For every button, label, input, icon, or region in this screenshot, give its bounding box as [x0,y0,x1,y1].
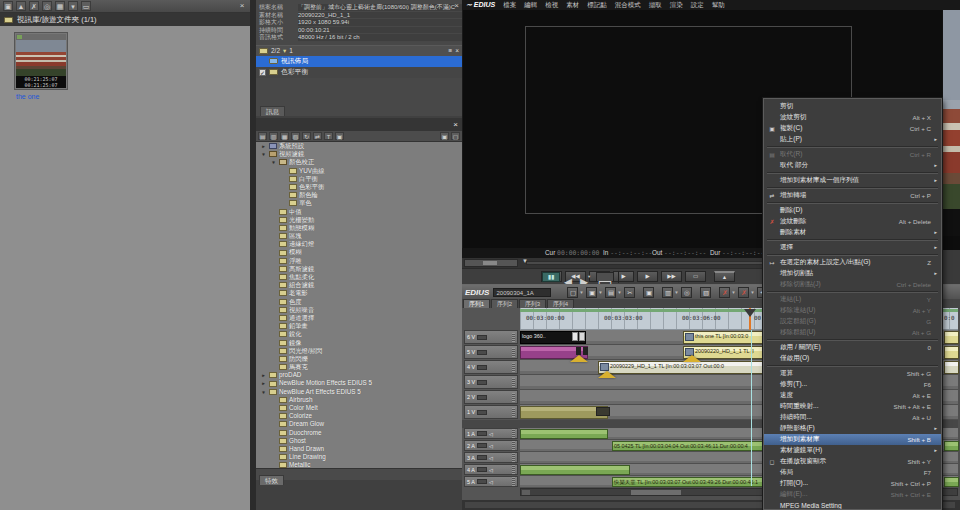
tab-effect[interactable]: 特效 [259,475,284,485]
context-menu-item[interactable]: 移除群組(U) Alt + G ► [764,327,941,338]
speaker-icon[interactable]: ◁ [489,443,493,449]
context-menu-item[interactable]: 刪除素材 ► [764,227,941,238]
track-grip[interactable] [512,465,515,474]
context-menu-item[interactable]: 刪除(D) ► [764,205,941,216]
effect-tree-item[interactable]: 鉛筆畫 [256,322,462,330]
context-menu-item[interactable]: 貼上(P) ► [764,134,941,145]
cut-icon[interactable]: ✂ [624,287,635,298]
effect-tree-item[interactable]: 動態模糊 [256,224,462,232]
effect-tree-item[interactable]: 浮雕 [256,257,462,265]
menu-item[interactable]: 渲染 [670,1,683,10]
context-menu-item[interactable]: 增加到素材庫成一個序列值 ► [764,175,941,186]
timeline-clip[interactable] [520,406,608,419]
ffwd-button[interactable]: ▶▶ [661,271,682,282]
context-menu-item[interactable]: 移除連結(U) Alt + Y ► [764,305,941,316]
effect-tree-item[interactable]: Duochrome [256,429,462,437]
view-icon-1[interactable]: ▤ [258,132,267,140]
expander-icon[interactable]: ▸ [260,142,267,150]
effect-tree-item[interactable]: 邊緣幻燈 [256,240,462,248]
applied-effect-row[interactable]: ✓ 色彩平衡 [256,67,462,78]
track-grip[interactable] [512,441,515,450]
context-menu-item[interactable]: ▤ 取代(R) Ctrl + R ► [764,149,941,160]
text-icon[interactable]: T [324,132,333,140]
context-menu-item[interactable]: 速度 Alt + E ► [764,390,941,401]
expander-icon[interactable]: ▸ [260,371,267,379]
video-track-header[interactable]: 1 V [464,405,518,419]
dock-icon[interactable]: ▣ [440,132,449,140]
context-menu-item[interactable]: 時間重映射... Shift + Alt + E ► [764,401,941,412]
track-patch-box[interactable] [477,479,487,484]
track-grip[interactable] [512,453,515,462]
effect-tree-item[interactable]: 閃光燈/頻閃 [256,347,462,355]
speaker-icon[interactable]: ◁ [489,467,493,473]
context-menu-item[interactable]: 素材濾鏡單(H) ► [764,445,941,456]
out-caret-icon[interactable]: ▾ [588,274,590,279]
context-menu-item[interactable]: 連結(L) Y ► [764,294,941,305]
effect-tree-item[interactable]: 顏色輪 [256,191,462,199]
menu-item[interactable]: 幫助 [712,1,725,10]
up-folder-icon[interactable]: ▲ [16,1,26,11]
timeline-clip[interactable]: 快樂天堂 TL [In:00:03:03:07 Out:00:03:49:26 … [612,477,763,487]
effect-tree-item[interactable]: 單色 [256,199,462,207]
timeline-clip[interactable] [944,477,959,487]
timeline-clip[interactable] [944,331,959,344]
track-patch-box[interactable] [477,395,487,400]
audio-track-header[interactable]: 1 A ◁ [464,428,518,439]
next-frame-button[interactable]: ▶ [637,271,658,282]
view-icon-3[interactable]: ▦ [280,132,289,140]
view-grid-icon[interactable]: ▦ [55,1,65,11]
view-icon-2[interactable]: ▥ [269,132,278,140]
new-sequence-icon[interactable]: ▢ [567,287,578,298]
context-menu-item[interactable]: 波紋剪切 Alt + X ► [764,112,941,123]
close-icon[interactable]: × [453,120,458,129]
menu-item[interactable]: 設定 [691,1,704,10]
timeline-clip[interactable] [520,429,608,439]
expander-icon[interactable]: ▾ [270,158,277,166]
target-icon[interactable]: ▣ [335,132,344,140]
project-name-field[interactable]: 20090304_1A [493,288,551,297]
marker-icon[interactable]: ▭ [596,272,614,282]
effect-checkbox[interactable]: ✓ [259,69,266,76]
undock-icon[interactable]: ▢ [451,132,460,140]
display-button[interactable]: ▭ [685,271,706,282]
menu-item[interactable]: 混合模式 [615,1,641,10]
effect-tree-item[interactable]: ▾ NewBlue Art Effects EDIUS 5 [256,388,462,396]
paste-icon[interactable]: ▥ [662,287,673,298]
copy-icon[interactable]: ▣ [643,287,654,298]
remove-effect-icon[interactable]: × [455,47,459,54]
track-grip[interactable] [512,378,515,387]
close-icon[interactable]: × [237,1,247,11]
effect-tree[interactable]: ▸ 系統預設 ▾ 視頻濾鏡 ▾ 顏色校正 YUV曲線 [256,142,462,468]
context-menu-item[interactable]: ⇄ 增加轉場 Ctrl + P ► [764,190,941,201]
transition-icon[interactable] [598,371,616,378]
audio-track-header[interactable]: 5 A ◁ [464,476,518,487]
expander-icon[interactable]: ▾ [260,388,267,396]
effect-tree-item[interactable]: 中值 [256,208,462,216]
context-menu-item[interactable]: 啟用 / 關閉(E) 0 ► [764,342,941,353]
effect-tree-item[interactable]: ▾ 視頻濾鏡 [256,150,462,158]
track-patch-box[interactable] [477,443,487,448]
effect-tree-item[interactable]: Colorize [256,412,462,420]
context-menu-item[interactable]: 僅啟用(O) ► [764,353,941,364]
delete-icon[interactable]: ✗ [29,1,39,11]
link-icon[interactable]: ≡ [448,47,452,54]
context-menu-item[interactable]: 設定群組(G) G ► [764,316,941,327]
audio-track-header[interactable]: 2 A ◁ [464,440,518,451]
open-project-icon[interactable]: ▣ [586,287,597,298]
in-caret-icon[interactable]: ▾ [572,274,574,279]
context-menu-item[interactable]: MPEG Media Setting ► [764,500,941,510]
playhead-icon[interactable] [744,309,756,317]
audio-track-header[interactable]: 4 A ◁ [464,464,518,475]
audio-track-header[interactable]: 3 A ◁ [464,452,518,463]
effect-tree-item[interactable]: Airbrush [256,396,462,404]
effect-tree-item[interactable]: YUV曲線 [256,167,462,175]
tab-information[interactable]: 訊息 [260,106,285,116]
replace-icon[interactable]: ▧ [700,287,711,298]
effect-tree-item[interactable]: ▸ NewBlue Motion Effects EDIUS 5 [256,379,462,387]
track-patch-box[interactable] [477,365,487,370]
track-grip[interactable] [512,393,515,402]
clip-name-label[interactable]: the one [16,93,39,100]
effect-tree-item[interactable]: ▾ 顏色校正 [256,158,462,166]
effect-tree-item[interactable]: 組合濾鏡 [256,281,462,289]
expander-icon[interactable]: ▾ [260,150,267,158]
